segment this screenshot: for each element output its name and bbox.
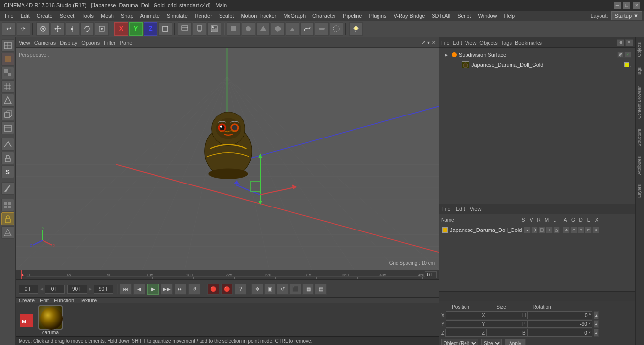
left-btn-cube[interactable] bbox=[1, 108, 14, 120]
x-axis-button[interactable]: X bbox=[114, 22, 128, 36]
subdiv-expand-arrow[interactable]: ▶ bbox=[443, 51, 450, 58]
attr-icon-x[interactable]: ✕ bbox=[592, 227, 599, 233]
coord-b-rot-input[interactable] bbox=[527, 329, 592, 337]
left-btn-grid2[interactable] bbox=[1, 199, 14, 211]
attr-icon-g[interactable]: G bbox=[570, 227, 577, 233]
y-axis-button[interactable]: Y bbox=[129, 22, 143, 36]
select-key-button[interactable]: ▣ bbox=[264, 284, 276, 295]
object-btn-5[interactable] bbox=[286, 22, 299, 36]
left-btn-2[interactable] bbox=[1, 53, 14, 66]
menu-vray-bridge[interactable]: V-Ray Bridge bbox=[391, 12, 428, 20]
menu-script[interactable]: Script bbox=[454, 12, 474, 20]
end-frame-input[interactable] bbox=[67, 285, 87, 294]
coord-size-select[interactable]: Size bbox=[481, 339, 502, 345]
redo-button[interactable]: ⟳ bbox=[17, 22, 30, 36]
frame-counter[interactable]: 0 F bbox=[425, 271, 437, 278]
obj-menu-file[interactable]: File bbox=[441, 40, 450, 46]
render-picture-viewer-button[interactable] bbox=[207, 22, 221, 36]
subdiv-surface-item[interactable]: ▶ Subdivision Surface ✓ bbox=[441, 50, 633, 60]
object-btn-2[interactable] bbox=[242, 22, 255, 36]
menu-window[interactable]: Window bbox=[475, 12, 500, 20]
left-btn-s[interactable]: S bbox=[1, 165, 14, 178]
vp-menu-panel[interactable]: Panel bbox=[120, 40, 133, 46]
left-btn-checkerboard[interactable] bbox=[1, 67, 14, 79]
attr-icon-r[interactable] bbox=[538, 227, 545, 233]
current-frame-input[interactable] bbox=[45, 285, 65, 294]
obj-menu-bookmarks[interactable]: Bookmarks bbox=[515, 40, 542, 46]
menu-snap[interactable]: Snap bbox=[118, 12, 136, 20]
left-btn-path[interactable] bbox=[1, 138, 14, 151]
left-btn-texture[interactable] bbox=[1, 226, 14, 239]
minimize-button[interactable]: ─ bbox=[614, 2, 621, 9]
left-btn-grid[interactable] bbox=[1, 80, 14, 93]
menu-character[interactable]: Character bbox=[310, 12, 339, 20]
object-btn-3[interactable] bbox=[256, 22, 270, 36]
menu-pipeline[interactable]: Pipeline bbox=[340, 12, 365, 20]
menu-file[interactable]: File bbox=[2, 12, 17, 20]
menu-simulate[interactable]: Simulate bbox=[164, 12, 191, 20]
attr-icon-e[interactable]: E bbox=[585, 227, 592, 233]
coord-mode-select[interactable]: Object (Rel) bbox=[441, 339, 478, 345]
coord-apply-button[interactable]: Apply bbox=[505, 339, 526, 345]
object-btn-4[interactable] bbox=[271, 22, 285, 36]
right-tab-tags[interactable]: Tags bbox=[636, 62, 644, 81]
menu-help[interactable]: Help bbox=[501, 12, 518, 20]
attr-icon-v[interactable] bbox=[531, 227, 538, 233]
preview-end-input[interactable] bbox=[94, 285, 113, 294]
daruma-obj-item[interactable]: Japanese_Daruma_Doll_Gold ; bbox=[441, 60, 633, 69]
coord-b-spin[interactable]: ▲ bbox=[594, 329, 599, 337]
render-view-button[interactable] bbox=[193, 22, 206, 36]
menu-mograph[interactable]: MoGraph bbox=[280, 12, 309, 20]
attr-icon-a[interactable]: A bbox=[563, 227, 570, 233]
object-btn-1[interactable] bbox=[227, 22, 241, 36]
light-btn[interactable] bbox=[349, 22, 363, 36]
next-frame-button[interactable]: ▶▶ bbox=[161, 284, 173, 295]
play-button[interactable]: ▶ bbox=[147, 284, 159, 295]
subdiv-vis-icon[interactable] bbox=[617, 52, 624, 58]
move-tool-button[interactable] bbox=[51, 22, 65, 36]
menu-create[interactable]: Create bbox=[34, 12, 56, 20]
attr-icon-m[interactable] bbox=[546, 227, 553, 233]
coord-h-rot-input[interactable] bbox=[527, 311, 592, 319]
deformer-btn[interactable] bbox=[315, 22, 329, 36]
right-tab-content-browser[interactable]: Content Browser bbox=[636, 81, 644, 124]
move-key-button[interactable]: ✥ bbox=[251, 284, 263, 295]
material-item[interactable]: daruma bbox=[38, 305, 63, 335]
obj-menu-tags[interactable]: Tags bbox=[501, 40, 512, 46]
vp-icon-maximize[interactable]: ⤢ bbox=[422, 40, 425, 45]
obj-icon-2[interactable]: ≡ bbox=[625, 39, 633, 46]
menu-plugins[interactable]: Plugins bbox=[366, 12, 389, 20]
field-btn[interactable] bbox=[330, 22, 343, 36]
vp-icon-settings[interactable]: ▾ bbox=[427, 40, 430, 45]
left-btn-lock2[interactable] bbox=[1, 212, 14, 225]
obj-menu-objects[interactable]: Objects bbox=[479, 40, 497, 46]
menu-animate[interactable]: Animate bbox=[137, 12, 163, 20]
mat-menu-function[interactable]: Function bbox=[54, 298, 74, 303]
vp-menu-display[interactable]: Display bbox=[60, 40, 77, 46]
viewport-canvas[interactable]: Perspective . bbox=[16, 48, 439, 270]
menu-select[interactable]: Select bbox=[57, 12, 78, 20]
menu-tools[interactable]: Tools bbox=[78, 12, 97, 20]
prev-frame-button[interactable]: ◀ bbox=[133, 284, 145, 295]
left-btn-brush[interactable] bbox=[1, 182, 14, 195]
menu-motion-tracker[interactable]: Motion Tracker bbox=[238, 12, 279, 20]
world-axis-button[interactable] bbox=[158, 22, 172, 36]
render-region-button[interactable] bbox=[178, 22, 192, 36]
z-axis-button[interactable]: Z bbox=[144, 22, 157, 36]
left-btn-lock[interactable] bbox=[1, 152, 14, 164]
obj-menu-view[interactable]: View bbox=[465, 40, 477, 46]
undo-button[interactable]: ↩ bbox=[2, 22, 16, 36]
record-button[interactable]: 🔴 bbox=[207, 284, 219, 295]
transform-tool-button[interactable] bbox=[95, 22, 109, 36]
attr-menu-view[interactable]: View bbox=[470, 206, 482, 212]
goto-start-button[interactable]: ⏮ bbox=[120, 284, 132, 295]
right-tab-attributes[interactable]: Attributes bbox=[636, 151, 644, 180]
layout-dropdown[interactable]: Startup ▼ bbox=[611, 11, 642, 20]
vp-menu-filter[interactable]: Filter bbox=[104, 40, 115, 46]
menu-mesh[interactable]: Mesh bbox=[98, 12, 117, 20]
maximize-button[interactable]: □ bbox=[623, 2, 630, 9]
grid-key-button[interactable]: ▦ bbox=[302, 284, 314, 295]
mat-menu-edit[interactable]: Edit bbox=[40, 298, 49, 303]
attr-obj-row[interactable]: Japanese_Daruma_Doll_Gold ● bbox=[441, 225, 633, 235]
record-active[interactable]: 🔴 bbox=[221, 284, 233, 295]
